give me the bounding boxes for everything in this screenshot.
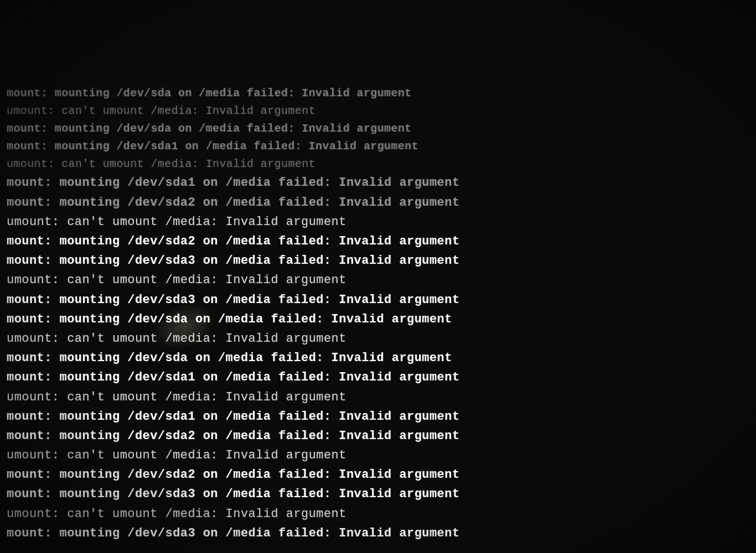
terminal-line: umount: can't umount /media: Invalid arg…: [7, 504, 749, 524]
terminal-line: mount: mounting /dev/sda2 on /media fail…: [7, 426, 749, 446]
terminal-line: umount: can't umount /media: Invalid arg…: [7, 102, 749, 120]
terminal-line: umount: can't umount /media: Invalid arg…: [7, 388, 749, 407]
terminal-line: mount: mounting /dev/sda2 on /media fail…: [7, 465, 749, 484]
terminal-line: mount: mounting /dev/sda2 on /media fail…: [7, 232, 749, 251]
terminal-line: mount: mounting /dev/sda on /media faile…: [7, 85, 749, 102]
terminal-output: mount: mounting /dev/sda on /media faile…: [7, 85, 749, 543]
terminal-line: mount: mounting /dev/sda3 on /media fail…: [7, 290, 749, 310]
terminal-line: umount: can't umount /media: Invalid arg…: [7, 212, 749, 232]
terminal-line: mount: mounting /dev/sda1 on /media fail…: [7, 138, 749, 155]
terminal-line: mount: mounting /dev/sda1 on /media fail…: [7, 368, 749, 387]
terminal-line: mount: mounting /dev/sda1 on /media fail…: [7, 407, 749, 426]
terminal-line: mount: mounting /dev/sda3 on /media fail…: [7, 524, 749, 543]
terminal-line: mount: mounting /dev/sda1 on /media fail…: [7, 173, 749, 192]
terminal-line: mount: mounting /dev/sda on /media faile…: [7, 348, 749, 368]
terminal-line: umount: can't umount /media: Invalid arg…: [7, 446, 749, 465]
terminal-line: mount: mounting /dev/sda on /media faile…: [7, 310, 749, 329]
terminal-line: mount: mounting /dev/sda3 on /media fail…: [7, 484, 749, 504]
terminal-line: mount: mounting /dev/sda2 on /media fail…: [7, 193, 749, 212]
terminal-line: umount: can't umount /media: Invalid arg…: [7, 155, 749, 173]
terminal-line: mount: mounting /dev/sda on /media faile…: [7, 120, 749, 138]
terminal-line: umount: can't umount /media: Invalid arg…: [7, 329, 749, 348]
terminal-line: mount: mounting /dev/sda3 on /media fail…: [7, 251, 749, 270]
terminal-line: umount: can't umount /media: Invalid arg…: [7, 270, 749, 290]
terminal-screen: mount: mounting /dev/sda on /media faile…: [0, 0, 756, 553]
